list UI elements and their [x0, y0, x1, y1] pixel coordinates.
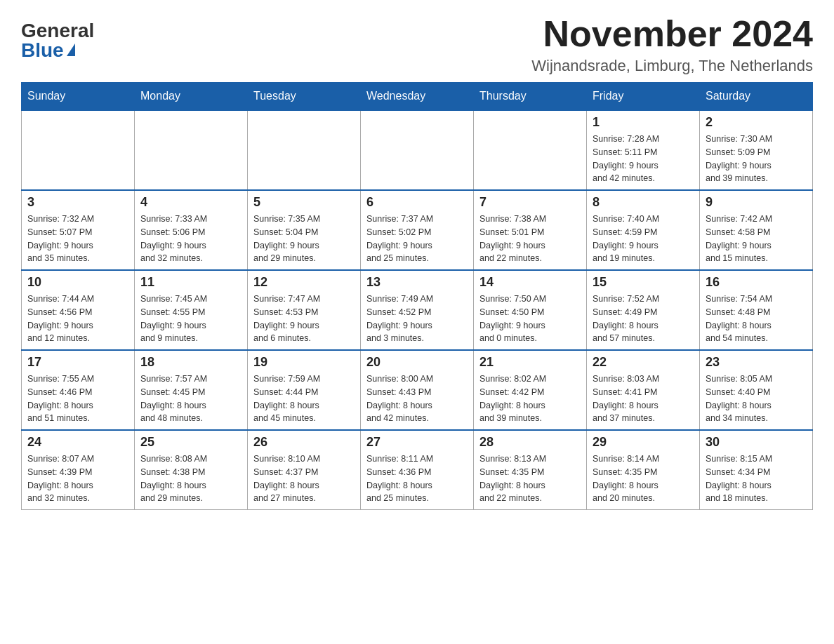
day-info: Sunrise: 8:00 AM Sunset: 4:43 PM Dayligh…	[366, 373, 468, 425]
day-number: 6	[366, 195, 468, 210]
day-number: 13	[366, 275, 468, 290]
calendar-cell: 11Sunrise: 7:45 AM Sunset: 4:55 PM Dayli…	[135, 270, 248, 350]
calendar-week-row: 10Sunrise: 7:44 AM Sunset: 4:56 PM Dayli…	[22, 270, 813, 350]
day-info: Sunrise: 7:38 AM Sunset: 5:01 PM Dayligh…	[479, 213, 581, 265]
location-title: Wijnandsrade, Limburg, The Netherlands	[531, 57, 813, 75]
day-number: 27	[366, 435, 468, 450]
calendar-cell: 3Sunrise: 7:32 AM Sunset: 5:07 PM Daylig…	[22, 190, 135, 270]
calendar-cell: 14Sunrise: 7:50 AM Sunset: 4:50 PM Dayli…	[474, 270, 587, 350]
calendar-cell: 29Sunrise: 8:14 AM Sunset: 4:35 PM Dayli…	[587, 430, 700, 510]
calendar-week-row: 17Sunrise: 7:55 AM Sunset: 4:46 PM Dayli…	[22, 350, 813, 430]
day-number: 4	[140, 195, 241, 210]
day-info: Sunrise: 7:57 AM Sunset: 4:45 PM Dayligh…	[140, 373, 241, 425]
day-info: Sunrise: 7:45 AM Sunset: 4:55 PM Dayligh…	[140, 293, 241, 345]
logo: General Blue	[21, 21, 94, 60]
day-number: 14	[479, 275, 581, 290]
day-number: 7	[479, 195, 581, 210]
day-number: 20	[366, 355, 468, 370]
calendar-cell: 12Sunrise: 7:47 AM Sunset: 4:53 PM Dayli…	[248, 270, 361, 350]
day-number: 24	[27, 435, 128, 450]
day-info: Sunrise: 7:30 AM Sunset: 5:09 PM Dayligh…	[706, 133, 807, 185]
calendar-week-row: 24Sunrise: 8:07 AM Sunset: 4:39 PM Dayli…	[22, 430, 813, 510]
calendar-cell: 7Sunrise: 7:38 AM Sunset: 5:01 PM Daylig…	[474, 190, 587, 270]
calendar-cell	[474, 110, 587, 190]
day-number: 22	[593, 355, 694, 370]
day-info: Sunrise: 7:54 AM Sunset: 4:48 PM Dayligh…	[706, 293, 807, 345]
day-info: Sunrise: 7:40 AM Sunset: 4:59 PM Dayligh…	[593, 213, 694, 265]
calendar-cell	[361, 110, 474, 190]
calendar-cell: 24Sunrise: 8:07 AM Sunset: 4:39 PM Dayli…	[22, 430, 135, 510]
weekday-header-thursday: Thursday	[474, 83, 587, 111]
calendar-cell: 13Sunrise: 7:49 AM Sunset: 4:52 PM Dayli…	[361, 270, 474, 350]
day-info: Sunrise: 7:52 AM Sunset: 4:49 PM Dayligh…	[593, 293, 694, 345]
day-info: Sunrise: 7:47 AM Sunset: 4:53 PM Dayligh…	[253, 293, 355, 345]
calendar-cell: 23Sunrise: 8:05 AM Sunset: 4:40 PM Dayli…	[700, 350, 813, 430]
calendar-cell: 20Sunrise: 8:00 AM Sunset: 4:43 PM Dayli…	[361, 350, 474, 430]
day-info: Sunrise: 7:55 AM Sunset: 4:46 PM Dayligh…	[27, 373, 128, 425]
day-number: 23	[706, 355, 807, 370]
day-info: Sunrise: 7:59 AM Sunset: 4:44 PM Dayligh…	[253, 373, 355, 425]
calendar-cell: 9Sunrise: 7:42 AM Sunset: 4:58 PM Daylig…	[700, 190, 813, 270]
page-header: General Blue November 2024 Wijnandsrade,…	[21, 14, 813, 75]
weekday-header-saturday: Saturday	[700, 83, 813, 111]
weekday-header-tuesday: Tuesday	[248, 83, 361, 111]
logo-triangle-icon	[67, 43, 75, 56]
calendar-cell: 16Sunrise: 7:54 AM Sunset: 4:48 PM Dayli…	[700, 270, 813, 350]
calendar-cell: 18Sunrise: 7:57 AM Sunset: 4:45 PM Dayli…	[135, 350, 248, 430]
day-info: Sunrise: 7:44 AM Sunset: 4:56 PM Dayligh…	[27, 293, 128, 345]
day-number: 28	[479, 435, 581, 450]
day-number: 26	[253, 435, 355, 450]
calendar-table: SundayMondayTuesdayWednesdayThursdayFrid…	[21, 82, 813, 510]
day-info: Sunrise: 7:32 AM Sunset: 5:07 PM Dayligh…	[27, 213, 128, 265]
day-info: Sunrise: 8:08 AM Sunset: 4:38 PM Dayligh…	[140, 452, 241, 505]
day-number: 18	[140, 355, 241, 370]
day-info: Sunrise: 8:10 AM Sunset: 4:37 PM Dayligh…	[253, 452, 355, 505]
day-number: 15	[593, 275, 694, 290]
day-number: 9	[706, 195, 807, 210]
calendar-cell: 22Sunrise: 8:03 AM Sunset: 4:41 PM Dayli…	[587, 350, 700, 430]
calendar-week-row: 3Sunrise: 7:32 AM Sunset: 5:07 PM Daylig…	[22, 190, 813, 270]
day-number: 30	[706, 435, 807, 450]
calendar-cell	[248, 110, 361, 190]
day-info: Sunrise: 7:49 AM Sunset: 4:52 PM Dayligh…	[366, 293, 468, 345]
weekday-header-sunday: Sunday	[22, 83, 135, 111]
calendar-cell: 19Sunrise: 7:59 AM Sunset: 4:44 PM Dayli…	[248, 350, 361, 430]
day-info: Sunrise: 8:05 AM Sunset: 4:40 PM Dayligh…	[706, 373, 807, 425]
logo-blue-text: Blue	[21, 41, 75, 60]
day-info: Sunrise: 8:07 AM Sunset: 4:39 PM Dayligh…	[27, 452, 128, 505]
calendar-cell: 4Sunrise: 7:33 AM Sunset: 5:06 PM Daylig…	[135, 190, 248, 270]
calendar-cell: 15Sunrise: 7:52 AM Sunset: 4:49 PM Dayli…	[587, 270, 700, 350]
day-number: 21	[479, 355, 581, 370]
day-number: 2	[706, 115, 807, 130]
calendar-cell: 2Sunrise: 7:30 AM Sunset: 5:09 PM Daylig…	[700, 110, 813, 190]
calendar-cell	[22, 110, 135, 190]
month-title: November 2024	[531, 14, 813, 54]
day-info: Sunrise: 7:33 AM Sunset: 5:06 PM Dayligh…	[140, 213, 241, 265]
day-number: 8	[593, 195, 694, 210]
calendar-week-row: 1Sunrise: 7:28 AM Sunset: 5:11 PM Daylig…	[22, 110, 813, 190]
calendar-cell: 6Sunrise: 7:37 AM Sunset: 5:02 PM Daylig…	[361, 190, 474, 270]
day-info: Sunrise: 7:37 AM Sunset: 5:02 PM Dayligh…	[366, 213, 468, 265]
day-info: Sunrise: 7:50 AM Sunset: 4:50 PM Dayligh…	[479, 293, 581, 345]
weekday-header-row: SundayMondayTuesdayWednesdayThursdayFrid…	[22, 83, 813, 111]
calendar-cell: 26Sunrise: 8:10 AM Sunset: 4:37 PM Dayli…	[248, 430, 361, 510]
day-number: 29	[593, 435, 694, 450]
calendar-cell: 30Sunrise: 8:15 AM Sunset: 4:34 PM Dayli…	[700, 430, 813, 510]
day-info: Sunrise: 8:13 AM Sunset: 4:35 PM Dayligh…	[479, 452, 581, 505]
day-number: 1	[593, 115, 694, 130]
weekday-header-friday: Friday	[587, 83, 700, 111]
day-number: 3	[27, 195, 128, 210]
day-number: 11	[140, 275, 241, 290]
calendar-cell: 17Sunrise: 7:55 AM Sunset: 4:46 PM Dayli…	[22, 350, 135, 430]
day-info: Sunrise: 8:02 AM Sunset: 4:42 PM Dayligh…	[479, 373, 581, 425]
day-info: Sunrise: 7:28 AM Sunset: 5:11 PM Dayligh…	[593, 133, 694, 185]
day-info: Sunrise: 8:11 AM Sunset: 4:36 PM Dayligh…	[366, 452, 468, 505]
weekday-header-monday: Monday	[135, 83, 248, 111]
calendar-cell: 1Sunrise: 7:28 AM Sunset: 5:11 PM Daylig…	[587, 110, 700, 190]
day-number: 19	[253, 355, 355, 370]
day-info: Sunrise: 8:03 AM Sunset: 4:41 PM Dayligh…	[593, 373, 694, 425]
day-number: 5	[253, 195, 355, 210]
day-number: 12	[253, 275, 355, 290]
day-info: Sunrise: 7:35 AM Sunset: 5:04 PM Dayligh…	[253, 213, 355, 265]
calendar-cell: 5Sunrise: 7:35 AM Sunset: 5:04 PM Daylig…	[248, 190, 361, 270]
